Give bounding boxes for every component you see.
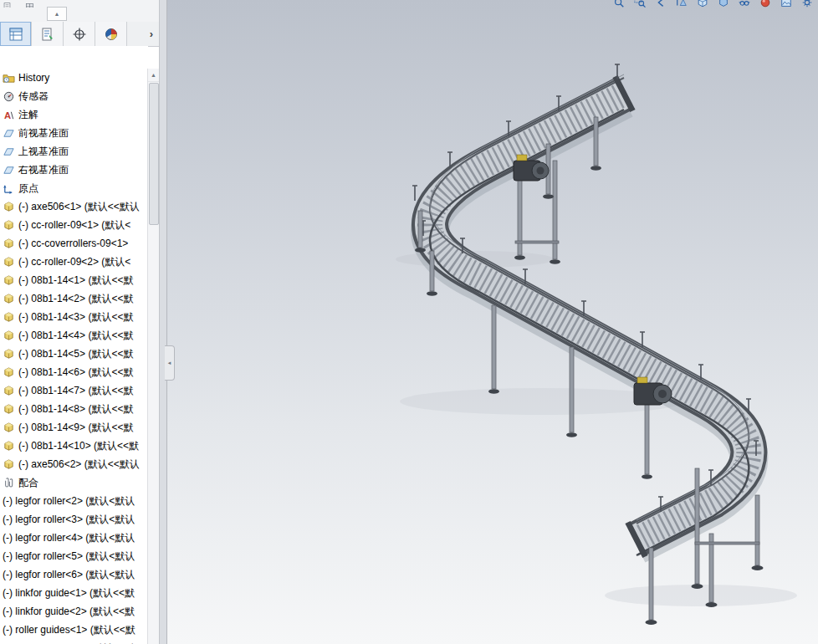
propertymanager-tab[interactable] (32, 22, 64, 46)
tree-item[interactable]: 右视基准面 (0, 161, 148, 179)
edit-appearance-button[interactable] (759, 0, 771, 8)
tree-item[interactable]: (-) 08b1-14<1> (默认<<默 (0, 271, 148, 289)
tree-item-label: 原点 (18, 181, 38, 196)
feature-panel: ▲ › History传感器A注解前视基准面上视基准面右视基准面原点(-) ax… (0, 0, 160, 644)
graphics-viewport[interactable] (166, 0, 818, 644)
tree-item-label: (-) roller guides<1> (默认<<默 (3, 623, 135, 637)
part-icon (3, 440, 15, 452)
tree-item[interactable]: 前视基准面 (0, 124, 148, 142)
tree-item[interactable]: (-) legfor roller<6> (默认<默认 (0, 565, 148, 584)
tree-item[interactable]: (-) legfor roller<5> (默认<默认 (0, 547, 148, 565)
plane-icon (3, 146, 15, 158)
part-icon (3, 458, 15, 471)
apply-scene-button[interactable] (780, 0, 792, 8)
tree-item-label: 前视基准面 (18, 126, 69, 141)
tree-item[interactable]: (-) linkfor guide<2> (默认<<默 (0, 602, 148, 621)
tree-item[interactable]: (-) 08b1-14<4> (默认<<默 (0, 326, 148, 345)
panel-header: ▲ (0, 0, 159, 23)
view-orientation-button[interactable] (697, 0, 708, 8)
svg-text:A: A (4, 110, 11, 120)
tree-item[interactable]: 配合 (0, 473, 148, 492)
part-icon (3, 366, 15, 379)
panel-collapse-handle[interactable]: ◄ (165, 345, 175, 381)
tree-item[interactable]: (-) legfor roller<2> (默认<默认 (0, 492, 148, 510)
display-style-button[interactable] (718, 0, 729, 8)
tree-item-label: (-) cc-roller-09<1> (默认< (18, 218, 130, 233)
panel-mini-toolbar (3, 0, 34, 8)
document-icon[interactable] (3, 0, 12, 8)
panel-expand-button[interactable]: › (127, 22, 159, 46)
tree-item-label: (-) 08b1-14<10> (默认<<默 (18, 439, 139, 453)
origin-icon (3, 182, 15, 195)
tree-item-label: 注解 (18, 108, 38, 122)
tree-item[interactable]: (-) 08b1-14<10> (默认<<默 (0, 437, 148, 455)
displaymanager-icon (104, 27, 119, 42)
propertymanager-icon (40, 27, 55, 42)
doc-icon (3, 0, 12, 8)
tree-item[interactable]: (-) roller guides<1> (默认<<默 (0, 621, 148, 639)
tree-item[interactable]: (-) cc-coverrollers-09<1> (0, 234, 148, 253)
zoom-area-icon (634, 0, 646, 8)
scrollbar-up-button[interactable]: ▲ (148, 69, 159, 82)
panel-tab-bar: › (0, 22, 159, 47)
featuremanager-icon (8, 27, 23, 42)
tree-item[interactable]: (-) 08b1-14<6> (默认<<默 (0, 363, 148, 381)
tree-item[interactable]: History (0, 69, 148, 87)
tree-item[interactable]: (-) roller guides<2> (默认<<默 (0, 639, 148, 644)
tree-item[interactable]: (-) 08b1-14<7> (默认<<默 (0, 381, 148, 400)
zoom-fit-icon (613, 0, 625, 8)
tree-item-label: (-) legfor roller<4> (默认<默认 (3, 531, 135, 545)
zoom-fit-button[interactable] (613, 0, 625, 8)
tree-item[interactable]: (-) 08b1-14<3> (默认<<默 (0, 308, 148, 326)
tree-item[interactable]: (-) legfor roller<4> (默认<默认 (0, 529, 148, 547)
tree-item[interactable]: (-) 08b1-14<8> (默认<<默 (0, 400, 148, 418)
tree-item-label: (-) 08b1-14<4> (默认<<默 (18, 329, 133, 343)
tree-item[interactable]: (-) 08b1-14<9> (默认<<默 (0, 418, 148, 437)
grid-icon (25, 0, 34, 8)
tree-item-label: (-) legfor roller<5> (默认<默认 (3, 549, 135, 564)
tree-item[interactable]: A注解 (0, 105, 148, 124)
edit-appearance-icon (759, 0, 771, 8)
apply-scene-icon (780, 0, 792, 8)
tree-item-label: 右视基准面 (18, 163, 69, 177)
zoom-area-button[interactable] (634, 0, 646, 8)
tree-item[interactable]: (-) legfor roller<3> (默认<默认 (0, 510, 148, 529)
tree-item-label: (-) 08b1-14<6> (默认<<默 (18, 365, 133, 380)
panel-scroll-up-button[interactable]: ▲ (47, 7, 67, 21)
section-view-button[interactable] (676, 0, 688, 8)
displaymanager-tab[interactable] (95, 22, 127, 46)
configurationmanager-tab[interactable] (64, 22, 95, 46)
section-view-icon (676, 0, 688, 8)
scrollbar-thumb[interactable] (149, 83, 159, 225)
solidworks-window: ▲ › History传感器A注解前视基准面上视基准面右视基准面原点(-) ax… (0, 0, 818, 644)
plane-icon (3, 164, 15, 176)
tree-item-label: (-) linkfor guide<1> (默认<<默 (3, 586, 135, 601)
view-settings-button[interactable] (801, 0, 813, 8)
tree-item-label: (-) 08b1-14<1> (默认<<默 (18, 273, 133, 288)
tree-item[interactable]: (-) cc-roller-09<1> (默认< (0, 216, 148, 234)
tree-item[interactable]: (-) 08b1-14<5> (默认<<默 (0, 345, 148, 363)
previous-view-button[interactable] (655, 0, 667, 8)
plane-icon (3, 127, 15, 140)
tree-item[interactable]: 上视基准面 (0, 142, 148, 161)
tree-item[interactable]: (-) 08b1-14<2> (默认<<默 (0, 289, 148, 308)
part-icon (3, 238, 15, 250)
tree-item[interactable]: (-) cc-roller-09<2> (默认< (0, 253, 148, 271)
tree-item[interactable]: 传感器 (0, 87, 148, 105)
part-icon (3, 201, 15, 213)
tree-item-label: (-) 08b1-14<9> (默认<<默 (18, 421, 133, 435)
tree-item[interactable]: 原点 (0, 179, 148, 197)
tree-item-label: (-) axe506<1> (默认<<默认 (18, 200, 140, 214)
feature-tree: History传感器A注解前视基准面上视基准面右视基准面原点(-) axe506… (0, 69, 148, 644)
part-icon (3, 293, 15, 305)
grid-icon[interactable] (25, 0, 34, 8)
tree-item[interactable]: (-) axe506<1> (默认<<默认 (0, 197, 148, 216)
panel-splitter[interactable] (159, 0, 167, 644)
display-style-icon (718, 0, 729, 8)
tree-item[interactable]: (-) linkfor guide<1> (默认<<默 (0, 584, 148, 602)
tree-item[interactable]: (-) axe506<2> (默认<<默认 (0, 455, 148, 473)
featuremanager-tab[interactable] (0, 22, 32, 46)
hide-show-items-button[interactable] (739, 0, 750, 8)
tree-item-label: (-) cc-roller-09<2> (默认< (18, 255, 130, 269)
tree-scrollbar[interactable]: ▲ (147, 69, 159, 644)
